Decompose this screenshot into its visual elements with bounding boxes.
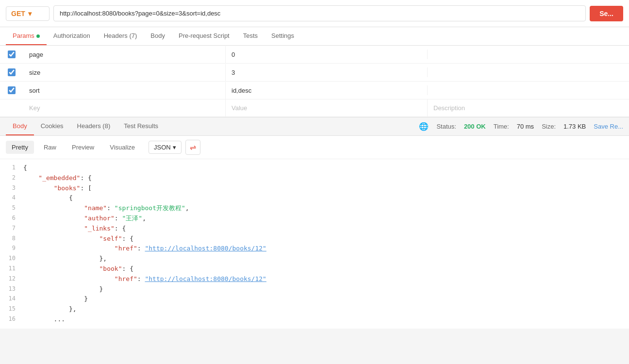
code-line-11: 11 "book": { <box>0 264 629 274</box>
param-page-value: 0 <box>225 46 427 63</box>
param-row-page: page 0 <box>0 46 629 64</box>
param-row-sort: sort id,desc <box>0 82 629 99</box>
code-line-15: 15 }, <box>0 304 629 314</box>
json-format-label: JSON <box>154 144 171 151</box>
tab-body[interactable]: Body <box>144 27 172 45</box>
param-size-checkbox[interactable] <box>8 68 16 76</box>
globe-icon: 🌐 <box>419 122 429 131</box>
code-line-16: 16 ... <box>0 314 629 325</box>
json-format-selector[interactable]: JSON ▾ <box>149 141 182 154</box>
method-selector[interactable]: GET ▾ <box>6 6 50 21</box>
send-button[interactable]: Se... <box>590 6 623 21</box>
url-input[interactable] <box>53 5 586 21</box>
tab-headers[interactable]: Headers (7) <box>97 27 144 45</box>
method-label: GET <box>11 10 25 17</box>
format-preview[interactable]: Preview <box>66 141 100 154</box>
resp-tab-test-results[interactable]: Test Results <box>117 117 165 135</box>
code-line-8: 8 "self": { <box>0 234 629 244</box>
params-dot <box>36 34 40 38</box>
param-sort-key: sort <box>23 82 225 99</box>
size-value: 1.73 KB <box>563 123 586 130</box>
tab-params[interactable]: Params <box>6 27 47 45</box>
response-meta: 🌐 Status: 200 OK Time: 70 ms Size: 1.73 … <box>419 122 623 131</box>
resp-tab-cookies[interactable]: Cookies <box>34 117 70 135</box>
json-format-chevron: ▾ <box>173 144 176 151</box>
body-viewer-bar: Pretty Raw Preview Visualize JSON ▾ ⇌ <box>0 136 629 159</box>
code-line-4: 4 { <box>0 193 629 203</box>
top-bar: GET ▾ Se... <box>0 0 629 27</box>
param-key-placeholder: Key <box>23 99 225 116</box>
request-tabs-bar: Params Authorization Headers (7) Body Pr… <box>0 27 629 46</box>
time-label: Time: <box>494 123 509 130</box>
time-value: 70 ms <box>517 123 534 130</box>
param-value-placeholder: Value <box>225 99 427 116</box>
param-page-checkbox[interactable] <box>8 50 16 58</box>
code-line-5: 5 "name": "springboot开发教程", <box>0 203 629 214</box>
resp-tab-headers[interactable]: Headers (8) <box>70 117 117 135</box>
tab-tests[interactable]: Tests <box>236 27 265 45</box>
param-row-size: size 3 <box>0 64 629 82</box>
param-size-desc <box>427 67 629 77</box>
method-chevron: ▾ <box>28 10 32 17</box>
resp-tab-body[interactable]: Body <box>6 117 34 135</box>
code-line-12: 12 "href": "http://localhost:8080/books/… <box>0 274 629 284</box>
wrap-button[interactable]: ⇌ <box>185 140 200 155</box>
tab-settings[interactable]: Settings <box>265 27 301 45</box>
size-label: Size: <box>542 123 556 130</box>
code-line-9: 9 "href": "http://localhost:8080/books/1… <box>0 244 629 254</box>
save-response-button[interactable]: Save Re... <box>594 123 623 130</box>
code-line-13: 13 } <box>0 284 629 295</box>
param-page-key: page <box>23 46 225 63</box>
param-size-value: 3 <box>225 64 427 81</box>
code-line-1: 1 { <box>0 163 629 173</box>
code-line-6: 6 "author": "王泽", <box>0 214 629 224</box>
param-sort-desc <box>427 85 629 95</box>
param-desc-placeholder: Description <box>427 99 629 116</box>
code-line-2: 2 "_embedded": { <box>0 173 629 183</box>
code-line-14: 14 } <box>0 294 629 304</box>
format-pretty[interactable]: Pretty <box>6 141 34 154</box>
response-tabs-bar: Body Cookies Headers (8) Test Results 🌐 … <box>0 117 629 136</box>
code-line-3: 3 "books": [ <box>0 183 629 194</box>
code-line-10: 10 }, <box>0 254 629 264</box>
param-sort-checkbox[interactable] <box>8 86 16 94</box>
status-label: Status: <box>436 123 456 130</box>
tab-authorization[interactable]: Authorization <box>47 27 97 45</box>
code-viewer: 1 { 2 "_embedded": { 3 "books": [ 4 { 5 … <box>0 159 629 329</box>
param-size-key: size <box>23 64 225 81</box>
format-raw[interactable]: Raw <box>38 141 62 154</box>
params-table: page 0 size 3 sort id,desc Key Value Des… <box>0 46 629 117</box>
format-visualize[interactable]: Visualize <box>104 141 141 154</box>
param-page-desc <box>427 50 629 59</box>
code-line-7: 7 "_links": { <box>0 224 629 234</box>
status-value: 200 OK <box>464 123 486 130</box>
param-sort-value: id,desc <box>225 82 427 99</box>
param-row-empty: Key Value Description <box>0 99 629 117</box>
tab-pre-request[interactable]: Pre-request Script <box>172 27 236 45</box>
